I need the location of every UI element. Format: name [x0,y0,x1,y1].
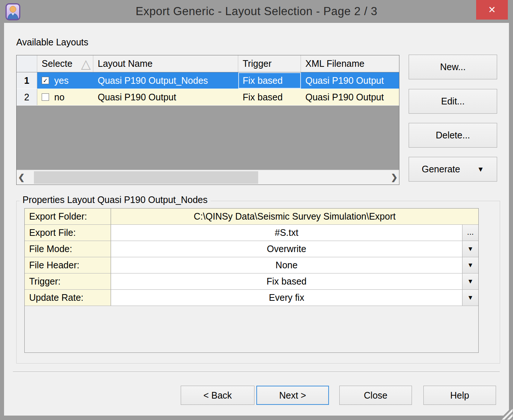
layout-name-cell[interactable]: Quasi P190 Output_Nodes [93,72,238,89]
close-icon: ✕ [488,4,496,15]
trigger-value[interactable]: Fix based [111,273,462,289]
file-mode-label: File Mode: [25,241,111,257]
trigger-cell[interactable]: Fix based [238,89,301,105]
selected-cell[interactable]: no [37,89,93,105]
selected-checkbox[interactable] [42,93,49,101]
close-window-button[interactable]: ✕ [476,0,508,20]
generate-button[interactable]: Generate ▼ [409,157,497,182]
trigger-dropdown-button[interactable]: ▼ [462,273,478,289]
close-button[interactable]: Close [339,386,412,405]
export-folder-value[interactable]: C:\QINSy Data\Seismic Survey Simulation\… [111,209,478,224]
chevron-down-icon: ▼ [467,245,474,253]
column-header-layout-name[interactable]: Layout Name [93,55,238,72]
file-header-dropdown-button[interactable]: ▼ [462,257,478,273]
next-button[interactable]: Next > [256,386,329,405]
row-number: 2 [17,89,37,105]
property-row-trigger: Trigger: Fix based ▼ [25,273,478,290]
property-row-file-header: File Header: None ▼ [25,257,478,273]
property-row-file-mode: File Mode: Overwrite ▼ [25,241,478,257]
file-header-label: File Header: [25,257,111,273]
available-layouts-label: Available Layouts [16,37,89,48]
update-rate-dropdown-button[interactable]: ▼ [462,290,478,306]
scrollbar-track[interactable] [26,170,389,185]
export-file-label: Export File: [25,225,111,241]
column-header-rownum[interactable] [17,55,37,72]
column-header-xml-filename[interactable]: XML Filename [301,55,399,72]
back-button[interactable]: < Back [181,386,254,405]
xml-filename-cell[interactable]: Quasi P190 Output [301,89,399,105]
table-row[interactable]: 2 no Quasi P190 Output Fix based Quasi P… [17,89,399,106]
check-icon: ✓ [43,77,48,84]
scroll-right-icon[interactable]: ❯ [389,170,399,185]
property-row-export-folder: Export Folder: C:\QINSy Data\Seismic Sur… [25,209,478,225]
dialog-client-area: Available Layouts Selecte △ Layout Name … [4,23,509,416]
delete-button[interactable]: Delete... [409,123,497,148]
file-mode-dropdown-button[interactable]: ▼ [462,241,478,257]
property-row-update-rate: Update Rate: Every fix ▼ [25,290,478,306]
update-rate-value[interactable]: Every fix [111,290,462,306]
xml-filename-cell[interactable]: Quasi P190 Output [301,72,399,89]
window-title: Export Generic - Layout Selection - Page… [0,5,513,18]
properties-grid: Export Folder: C:\QINSy Data\Seismic Sur… [24,208,479,353]
scrollbar-thumb[interactable] [34,171,258,184]
horizontal-scrollbar[interactable]: ❮ ❯ [17,170,399,185]
table-empty-area [17,106,399,170]
file-mode-value[interactable]: Overwrite [111,241,462,257]
column-header-trigger[interactable]: Trigger [238,55,301,72]
table-row[interactable]: 1 ✓ yes Quasi P190 Output_Nodes Fix base… [17,72,399,89]
export-file-value[interactable]: #S.txt [111,225,462,241]
selected-text: yes [54,75,69,86]
row-number: 1 [17,72,37,89]
layouts-table-header: Selecte △ Layout Name Trigger XML Filena… [17,55,399,72]
trigger-cell[interactable]: Fix based [238,72,301,89]
update-rate-label: Update Rate: [25,290,111,306]
layout-name-cell[interactable]: Quasi P190 Output [93,89,238,105]
footer-separator [13,372,500,373]
help-button[interactable]: Help [423,386,496,405]
properties-groupbox-label: Properties Layout Quasi P190 Output_Node… [20,194,211,205]
trigger-label: Trigger: [25,273,111,289]
column-header-selected[interactable]: Selecte △ [37,55,93,72]
layouts-table: Selecte △ Layout Name Trigger XML Filena… [16,55,399,185]
chevron-down-icon: ▼ [477,165,484,173]
selected-cell[interactable]: ✓ yes [37,72,93,89]
chevron-down-icon: ▼ [467,278,474,285]
new-button[interactable]: New... [409,55,497,79]
chevron-down-icon: ▼ [467,294,474,302]
edit-button[interactable]: Edit... [409,89,497,114]
selected-checkbox[interactable]: ✓ [42,77,49,84]
selected-text: no [54,92,65,103]
title-bar[interactable]: Export Generic - Layout Selection - Page… [0,0,513,23]
export-folder-label: Export Folder: [25,209,111,224]
sort-ascending-icon: △ [81,57,91,71]
properties-groupbox: Properties Layout Quasi P190 Output_Node… [16,201,500,364]
dialog-window: Export Generic - Layout Selection - Page… [0,0,513,420]
file-header-value[interactable]: None [111,257,462,273]
scroll-left-icon[interactable]: ❮ [17,170,26,185]
property-row-export-file: Export File: #S.txt ... [25,225,478,241]
browse-button[interactable]: ... [462,225,478,241]
chevron-down-icon: ▼ [467,262,474,269]
ellipsis-icon: ... [467,227,474,237]
